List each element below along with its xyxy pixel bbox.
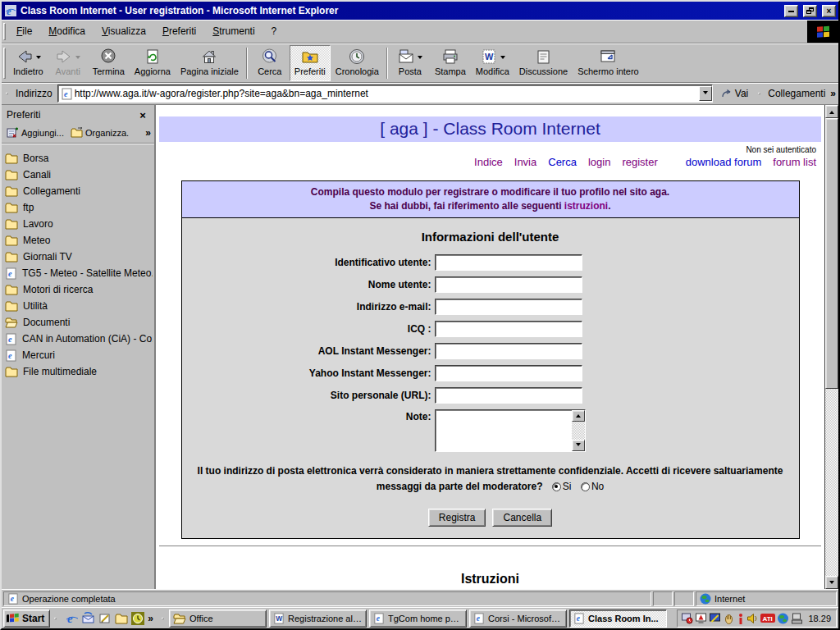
favorite-item-mercuri[interactable]: eMercuri (5, 347, 153, 363)
yahoo-messenger-input[interactable] (435, 365, 582, 381)
favorites-button[interactable]: Preferiti (290, 45, 331, 81)
task-office[interactable]: Office (169, 609, 267, 628)
favorite-item-utilita[interactable]: Utilità (5, 298, 153, 314)
favorite-item-can-in-automation[interactable]: eCAN in Automation (CiA) - Co... (5, 331, 153, 347)
scroll-up-button[interactable] (572, 410, 585, 422)
graphics-icon[interactable] (709, 613, 721, 624)
refresh-button[interactable]: Aggiorna (130, 45, 176, 81)
forward-dropdown-icon[interactable] (75, 56, 80, 62)
mail-button[interactable]: Posta (390, 45, 430, 81)
toolbar-grip[interactable] (6, 93, 8, 94)
scrollbar-track[interactable] (825, 389, 838, 576)
chevron-overflow-icon[interactable]: » (830, 88, 836, 99)
registra-button[interactable]: Registra (428, 509, 486, 527)
nav-link-forum-list[interactable]: forum list (773, 156, 816, 168)
favorite-item-tg5-meteo[interactable]: eTG5 - Meteo - Satellite Meteo... (5, 265, 153, 281)
menu-file[interactable]: File (8, 21, 40, 43)
radio-si[interactable] (552, 482, 561, 491)
toolbar-grip[interactable] (3, 48, 6, 79)
forward-button[interactable]: Avanti (48, 45, 88, 81)
add-favorite-button[interactable]: Aggiungi... (5, 126, 66, 140)
chevron-overflow-icon[interactable]: » (148, 613, 153, 624)
ie-quicklaunch-icon[interactable]: e (66, 612, 79, 625)
scrollbar-thumb[interactable] (825, 118, 838, 389)
printer-icon[interactable] (791, 613, 803, 624)
organize-favorites-button[interactable]: Organizza. (69, 126, 130, 140)
nav-link-register[interactable]: register (622, 156, 657, 168)
back-dropdown-icon[interactable] (36, 56, 41, 62)
icq-input[interactable] (435, 321, 582, 337)
taskbar-grip[interactable] (54, 618, 57, 619)
search-button[interactable]: Cerca (250, 45, 290, 81)
display-icon[interactable] (695, 613, 707, 624)
favorite-item-ftp[interactable]: ftp (5, 199, 153, 216)
favorite-item-file-multimediale[interactable]: File multimediale (5, 363, 153, 380)
nav-link-login[interactable]: login (588, 156, 610, 168)
nome-utente-input[interactable] (435, 276, 582, 293)
note-textarea[interactable] (435, 409, 586, 452)
home-button[interactable]: Pagina iniziale (176, 45, 244, 81)
links-bar-label[interactable]: Collegamenti (766, 88, 827, 99)
go-button[interactable]: Vai (716, 86, 753, 101)
chevron-overflow-icon[interactable]: » (145, 127, 151, 139)
taskbar-clock[interactable]: 18.29 (808, 614, 831, 623)
favorite-item-documenti[interactable]: Documenti (5, 314, 153, 331)
toolbar-grip[interactable] (758, 93, 760, 94)
ati-icon[interactable]: ATI (760, 613, 775, 623)
start-button[interactable]: Start (3, 609, 50, 628)
stop-button[interactable]: Termina (88, 45, 130, 81)
print-button[interactable]: Stampa (430, 45, 471, 81)
address-dropdown-button[interactable] (699, 86, 712, 101)
scroll-down-button[interactable] (572, 440, 585, 451)
accessibility-icon[interactable] (723, 613, 735, 624)
favorite-item-canali[interactable]: Canali (5, 167, 153, 183)
aol-messenger-input[interactable] (435, 343, 582, 359)
close-button[interactable]: × (822, 5, 836, 17)
menu-modifica[interactable]: Modifica (40, 21, 94, 43)
email-input[interactable] (435, 299, 582, 315)
favorite-item-meteo[interactable]: Meteo (5, 232, 153, 249)
task-class-room[interactable]: e Class Room In... (569, 609, 667, 628)
radio-no[interactable] (581, 482, 590, 491)
nav-link-indice[interactable]: Indice (474, 156, 503, 168)
outlook-express-icon[interactable] (82, 612, 95, 625)
identificativo-utente-input[interactable] (435, 254, 582, 271)
favorite-item-lavoro[interactable]: Lavoro (5, 216, 153, 232)
note-scrollbar[interactable] (572, 410, 585, 451)
menu-preferiti[interactable]: Preferiti (154, 21, 204, 43)
sito-personale-input[interactable] (435, 387, 582, 404)
nav-link-invia[interactable]: Invia (514, 156, 536, 168)
menu-help[interactable]: ? (263, 21, 285, 43)
show-desktop-icon[interactable] (98, 612, 112, 625)
favorite-item-borsa[interactable]: Borsa (5, 150, 153, 167)
nav-link-download-forum[interactable]: download forum (686, 156, 762, 168)
clock-app-icon[interactable] (131, 612, 144, 625)
edit-dropdown-icon[interactable] (500, 56, 505, 62)
task-registrazione[interactable]: W Registrazione al c... (269, 609, 367, 628)
info-icon[interactable] (737, 613, 745, 624)
edit-button[interactable]: W Modifica (471, 45, 514, 81)
mail-dropdown-icon[interactable] (418, 56, 422, 62)
sidebar-close-button[interactable]: × (136, 109, 149, 121)
cancella-button[interactable]: Cancella (492, 509, 552, 527)
back-button[interactable]: Indietro (8, 45, 48, 81)
taskbar-grip[interactable] (162, 618, 164, 619)
favorite-item-collegamenti[interactable]: Collegamenti (5, 183, 153, 199)
istruzioni-link[interactable]: istruzioni (564, 200, 608, 212)
address-input[interactable] (73, 86, 699, 101)
favorite-item-giornali-tv[interactable]: Giornali TV (5, 249, 153, 265)
nav-link-cerca[interactable]: Cerca (548, 156, 577, 168)
toolbar-grip[interactable] (3, 23, 6, 40)
task-corsi[interactable]: e Corsi - Microsoft In... (469, 609, 567, 628)
fullscreen-button[interactable]: Schermo intero (573, 45, 644, 81)
volume-icon[interactable] (746, 613, 759, 624)
network-globe-icon[interactable] (777, 613, 789, 624)
scroll-down-button[interactable] (825, 576, 838, 589)
discussion-button[interactable]: Discussione (514, 45, 573, 81)
folder-quicklaunch-icon[interactable] (115, 613, 128, 624)
menu-visualizza[interactable]: Visualizza (94, 21, 154, 43)
task-tgcom[interactable]: e TgCom home pag... (369, 609, 467, 628)
favorite-item-motori-di-ricerca[interactable]: Motori di ricerca (5, 281, 153, 298)
menu-strumenti[interactable]: Strumenti (204, 21, 262, 43)
scroll-up-button[interactable] (825, 105, 838, 118)
